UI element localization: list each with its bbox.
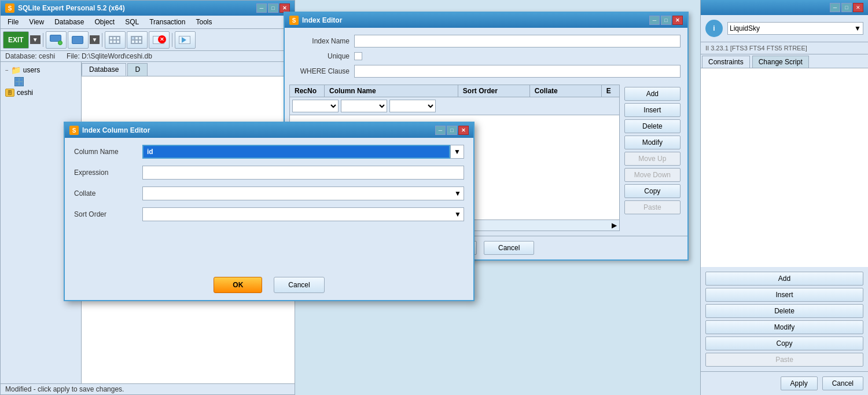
col-editor-icon: S [69,126,79,135]
ie-close-button[interactable]: ✕ [672,16,683,25]
fr-cancel-button[interactable]: Cancel [822,376,863,390]
exit-dropdown[interactable]: ▼ [30,35,41,44]
tab-database[interactable]: Database [82,63,126,76]
fr-button-column: Add Insert Delete Modify Copy Paste [701,267,868,371]
fr-modify-button[interactable]: Modify [705,320,863,334]
unique-checkbox[interactable] [354,52,362,60]
app-title: SQLite Expert Personal 5.2 (x64) [18,4,125,12]
ie-grid-header: RecNo Column Name Sort Order Collate E [290,85,619,97]
ie-insert-button[interactable]: Insert [624,103,681,117]
toolbar-sep-1 [43,33,43,47]
minimize-button[interactable]: ─ [256,3,267,13]
maximize-button[interactable]: □ [268,3,278,13]
where-clause-label: WHERE Clause [292,67,350,75]
menu-transaction[interactable]: Transaction [145,17,190,27]
ie-dropdown-1[interactable] [292,100,339,112]
ie-dropdown-3[interactable] [389,100,436,112]
fr-copy-button[interactable]: Copy [705,337,863,350]
where-clause-input[interactable] [354,65,681,78]
menu-bar: File View Database Object SQL Transactio… [1,16,295,29]
fr-insert-button[interactable]: Insert [705,288,863,302]
info-bar: Database: ceshi File: D:\SqliteWord\cesh… [1,51,295,62]
ce-cancel-button[interactable]: Cancel [274,277,324,293]
menu-file[interactable]: File [3,17,23,27]
table-delete-button[interactable]: ✕ [149,31,170,49]
main-title-bar: S SQLite Expert Personal 5.2 (x64) ─ □ ✕ [1,1,295,16]
scroll-right-icon[interactable]: ▶ [612,221,617,229]
fr-dropdown-icon: ▼ [854,24,861,32]
tree-users[interactable]: − 📁 users [3,64,79,76]
col-recno: RecNo [290,85,325,97]
ie-delete-button[interactable]: Delete [624,119,681,133]
ce-collate-dropdown[interactable]: ▼ [142,186,464,200]
col-editor-dialog: S Index Column Editor ─ □ ✕ Column Name … [64,122,475,301]
tree-users-label: users [23,66,40,74]
db-dropdown[interactable]: ▼ [90,35,100,44]
fr-delete-button[interactable]: Delete [705,304,863,318]
col-editor-title-bar: S Index Column Editor ─ □ ✕ [65,123,473,138]
ce-sortorder-dropdown[interactable]: ▼ [142,207,464,221]
ie-modify-button[interactable]: Modify [624,136,681,149]
ce-colname-input[interactable] [142,145,450,159]
status-text: Modified - click apply to save changes. [5,385,124,393]
menu-tools[interactable]: Tools [191,17,216,27]
file-info: File: D:\SqliteWord\ceshi.db [67,52,152,60]
folder-icon: 📁 [11,65,21,75]
db-connect-button[interactable] [46,31,67,49]
fr-tab-constraints[interactable]: Constraints [702,56,750,68]
tab-d[interactable]: D [127,63,148,76]
table-edit-icon [131,34,144,46]
menu-view[interactable]: View [24,17,49,27]
index-name-input[interactable] [354,35,681,47]
ce-maximize-button[interactable]: □ [447,126,457,135]
menu-database[interactable]: Database [50,17,89,27]
fr-db-dropdown[interactable]: LiquidSky ▼ [727,22,863,35]
fr-title-text [705,3,707,12]
ie-dropdown-2[interactable] [341,100,387,112]
col-collate: Collate [530,85,602,97]
db-open-button[interactable] [68,31,89,49]
menu-sql[interactable]: SQL [120,17,144,27]
ce-close-button[interactable]: ✕ [458,126,469,135]
far-right-panel: ─ □ ✕ i LiquidSky ▼ II 3.23.1 [FTS3 FTS4… [700,0,868,395]
sql-run-button[interactable] [175,31,196,49]
tree-table-icon-row [3,76,79,87]
ce-minimize-button[interactable]: ─ [435,126,446,135]
ce-colname-dropdown-btn[interactable]: ▼ [450,145,464,159]
ce-expr-label: Expression [74,169,138,177]
fr-paste-button[interactable]: Paste [705,353,863,367]
ie-add-button[interactable]: Add [624,87,681,101]
fr-maximize-button[interactable]: □ [841,3,852,12]
ce-sortorder-row: Sort Order ▼ [74,207,464,221]
db-connect-icon [50,34,62,46]
table-edit-button[interactable] [127,31,148,49]
where-clause-row: WHERE Clause [292,65,681,78]
database-info: Database: ceshi [5,52,55,60]
fr-close-button[interactable]: ✕ [853,3,863,12]
ie-move-up-button[interactable]: Move Up [624,152,681,166]
tree-db[interactable]: 🗄 ceshi [3,87,79,98]
ce-colname-label: Column Name [74,148,138,156]
table-delete-icon: ✕ [153,34,165,46]
fr-apply-button[interactable]: Apply [781,376,818,390]
fr-minimize-button[interactable]: ─ [830,3,840,12]
ie-paste-button[interactable]: Paste [624,200,681,214]
ie-move-down-button[interactable]: Move Down [624,168,681,182]
col-editor-footer: OK Cancel [65,270,473,300]
menu-object[interactable]: Object [90,17,120,27]
toolbar: EXIT ▼ ▼ [1,29,295,51]
exit-button[interactable]: EXIT [3,31,29,49]
table-new-button[interactable] [105,31,126,49]
ie-maximize-button[interactable]: □ [661,16,671,25]
fr-tabs: Constraints Change Script [701,54,868,68]
ie-copy-button[interactable]: Copy [624,184,681,198]
ie-minimize-button[interactable]: ─ [649,16,660,25]
ce-expr-input[interactable] [142,166,464,180]
col-extra: E [602,85,619,97]
fr-add-button[interactable]: Add [705,272,863,286]
ce-colname-input-wrapper: ▼ [142,145,464,159]
ie-cancel-button[interactable]: Cancel [484,241,534,255]
ce-ok-button[interactable]: OK [214,277,262,293]
index-name-label: Index Name [292,37,350,45]
fr-tab-change-script[interactable]: Change Script [752,56,809,68]
